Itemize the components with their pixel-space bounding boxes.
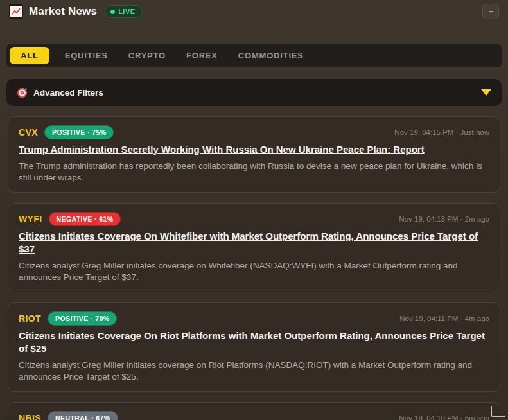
- headline-link[interactable]: Citizens Initiates Coverage On Riot Plat…: [19, 329, 489, 355]
- sentiment-badge: NEUTRAL · 67%: [48, 411, 118, 420]
- app-title: Market News: [29, 5, 97, 18]
- news-card: CVX POSITIVE · 75% Nov 19, 04:15 PM · Ju…: [8, 116, 500, 193]
- card-meta-row: CVX POSITIVE · 75% Nov 19, 04:15 PM · Ju…: [19, 125, 489, 139]
- resize-handle[interactable]: [491, 406, 505, 417]
- live-dot-icon: [110, 10, 115, 14]
- tab-equities[interactable]: EQUITIES: [55, 47, 118, 64]
- news-card: WYFI NEGATIVE · 61% Nov 19, 04:13 PM · 2…: [8, 203, 500, 292]
- sentiment-badge: NEGATIVE · 61%: [49, 212, 121, 226]
- timestamp: Nov 19, 04:15 PM · Just now: [394, 128, 489, 136]
- card-meta-row: NBIS NEUTRAL · 67% Nov 19, 04:10 PM · 5m…: [19, 411, 489, 420]
- article-summary: Citizens analyst Greg Miller initiates c…: [19, 260, 489, 283]
- app-header: Market News LIVE −: [0, 0, 508, 23]
- ticker-label: NBIS: [19, 413, 41, 420]
- timestamp: Nov 19, 04:11 PM · 4m ago: [399, 315, 489, 322]
- advanced-filters-toggle[interactable]: Advanced Filters: [6, 79, 502, 106]
- timestamp: Nov 19, 04:10 PM · 5m ago: [399, 414, 489, 420]
- ticker-label: RIOT: [19, 313, 41, 324]
- news-card: RIOT POSITIVE · 70% Nov 19, 04:11 PM · 4…: [8, 302, 500, 392]
- tab-crypto[interactable]: CRYPTO: [118, 47, 176, 64]
- live-badge: LIVE: [105, 5, 142, 18]
- chart-logo-icon: [9, 4, 23, 19]
- article-summary: The Trump administration has reportedly …: [19, 161, 489, 184]
- tab-all[interactable]: ALL: [10, 47, 49, 64]
- news-card: NBIS NEUTRAL · 67% Nov 19, 04:10 PM · 5m…: [8, 402, 500, 420]
- article-summary: Citizens analyst Greg Miller initiates c…: [19, 360, 489, 383]
- minimize-button[interactable]: −: [482, 4, 499, 19]
- tab-forex[interactable]: FOREX: [176, 47, 228, 64]
- sentiment-badge: POSITIVE · 75%: [44, 125, 114, 139]
- chevron-down-icon[interactable]: [481, 89, 491, 96]
- sentiment-badge: POSITIVE · 70%: [48, 311, 117, 326]
- headline-link[interactable]: Citizens Initiates Coverage On Whitefibe…: [19, 230, 489, 256]
- target-icon: [17, 87, 28, 98]
- advanced-filters-label: Advanced Filters: [33, 88, 103, 98]
- ticker-label: CVX: [19, 127, 38, 137]
- news-feed: CVX POSITIVE · 75% Nov 19, 04:15 PM · Ju…: [0, 116, 508, 420]
- card-meta-row: WYFI NEGATIVE · 61% Nov 19, 04:13 PM · 2…: [19, 212, 489, 226]
- tab-commodities[interactable]: COMMODITIES: [228, 47, 314, 64]
- headline-link[interactable]: Trump Administration Secretly Working Wi…: [19, 143, 489, 156]
- ticker-label: WYFI: [19, 214, 42, 224]
- timestamp: Nov 19, 04:13 PM · 2m ago: [399, 215, 489, 223]
- category-tabbar: ALL EQUITIES CRYPTO FOREX COMMODITIES: [6, 44, 502, 67]
- live-label: LIVE: [118, 8, 135, 15]
- card-meta-row: RIOT POSITIVE · 70% Nov 19, 04:11 PM · 4…: [19, 311, 489, 326]
